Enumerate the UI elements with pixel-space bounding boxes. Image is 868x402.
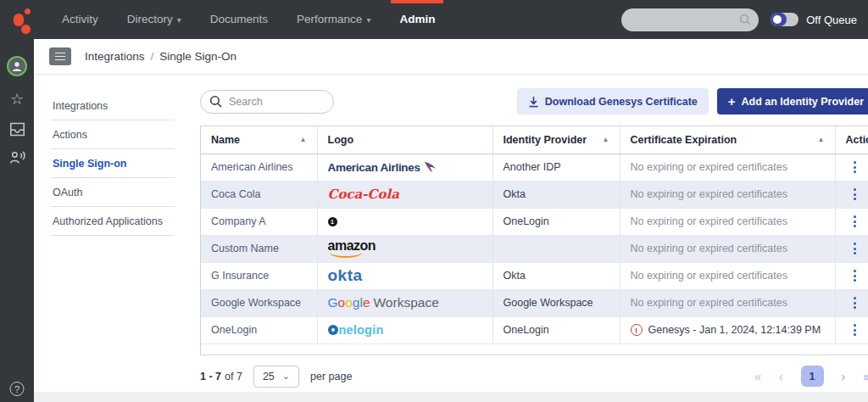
column-header-identity-provider[interactable]: Identity Provider▲ bbox=[492, 126, 620, 154]
sort-asc-icon: ▲ bbox=[300, 136, 307, 143]
column-header-certificate-expiration[interactable]: Certificate Expiration▲ bbox=[620, 126, 835, 154]
row-name-link[interactable]: G Insurance bbox=[201, 262, 317, 289]
table-row[interactable]: Google WorkspaceGoogleWorkspaceGoogle Wo… bbox=[201, 289, 868, 316]
row-name-link[interactable]: Custom Name bbox=[201, 235, 317, 262]
row-certificate-expiration: No expiring or expired certificates bbox=[620, 235, 835, 262]
footer-strip bbox=[34, 392, 868, 402]
row-identity-provider: Okta bbox=[492, 181, 620, 208]
main-nav: ActivityDirectory▾DocumentsPerformance▾A… bbox=[47, 0, 449, 39]
column-header-name[interactable]: Name▲ bbox=[201, 126, 317, 154]
amazon-smile-icon bbox=[330, 253, 362, 258]
nav-item-performance[interactable]: Performance▾ bbox=[282, 0, 385, 39]
inbox-icon[interactable] bbox=[0, 122, 34, 137]
table-row[interactable]: Company A1OneLoginNo expiring or expired… bbox=[201, 208, 868, 235]
breadcrumb-bar: Integrations/Single Sign-On bbox=[34, 39, 868, 75]
submenu-item-single-sign-on[interactable]: Single Sign-on bbox=[51, 149, 175, 178]
off-queue-label: Off Queue bbox=[806, 14, 857, 26]
genesys-logo[interactable] bbox=[0, 0, 34, 39]
page-size-select[interactable]: 25 ⌄ bbox=[253, 366, 299, 388]
row-name-link[interactable]: American Airlines bbox=[201, 154, 317, 181]
download-certificate-button[interactable]: Download Genesys Certificate bbox=[517, 88, 709, 114]
next-page-button[interactable]: › bbox=[842, 370, 846, 383]
row-identity-provider: OneLogin bbox=[492, 208, 620, 235]
global-search-input[interactable] bbox=[632, 14, 739, 25]
sso-table-card: Name▲LogoIdentity Provider▲Certificate E… bbox=[200, 126, 868, 355]
row-certificate-expiration: No expiring or expired certificates bbox=[620, 154, 835, 181]
onelogin-ring-icon bbox=[328, 325, 338, 335]
table-header-row: Name▲LogoIdentity Provider▲Certificate E… bbox=[201, 126, 868, 154]
submenu-item-oauth[interactable]: OAuth bbox=[51, 178, 175, 207]
row-logo-cell: nelogin bbox=[317, 316, 492, 343]
sort-asc-icon: ▲ bbox=[818, 136, 825, 143]
row-kebab-menu-icon[interactable] bbox=[849, 214, 860, 229]
row-logo-cell: 1 bbox=[317, 208, 492, 235]
off-queue-toggle[interactable] bbox=[771, 13, 798, 26]
breadcrumb-section[interactable]: Integrations bbox=[85, 50, 145, 63]
nav-item-activity[interactable]: Activity bbox=[47, 0, 113, 39]
row-certificate-expiration: No expiring or expired certificates bbox=[620, 181, 835, 208]
sso-workarea: Download Genesys Certificate + Add an Id… bbox=[200, 88, 868, 396]
person-icon bbox=[10, 59, 24, 73]
menu-toggle-button[interactable] bbox=[49, 47, 71, 65]
app-window: ActivityDirectory▾DocumentsPerformance▾A… bbox=[0, 0, 868, 402]
table-row[interactable]: G InsuranceoktaOktaNo expiring or expire… bbox=[201, 262, 868, 289]
submenu-item-actions[interactable]: Actions bbox=[51, 120, 175, 149]
row-identity-provider: Another IDP bbox=[492, 154, 620, 181]
row-kebab-menu-icon[interactable] bbox=[849, 322, 860, 338]
row-logo-cell: Coca-Cola bbox=[317, 181, 492, 208]
breadcrumb: Integrations/Single Sign-On bbox=[85, 50, 236, 63]
row-logo-cell: okta bbox=[317, 262, 492, 289]
american-airlines-logo: American Airlines bbox=[328, 161, 437, 174]
prev-page-button[interactable]: ‹ bbox=[779, 370, 783, 383]
breadcrumb-separator: / bbox=[151, 50, 154, 63]
row-kebab-menu-icon[interactable] bbox=[849, 159, 860, 175]
company-a-logo: 1 bbox=[328, 217, 337, 226]
table-row[interactable]: American AirlinesAmerican AirlinesAnothe… bbox=[201, 154, 868, 181]
row-name-link[interactable]: Company A bbox=[201, 208, 317, 235]
help-icon[interactable]: ? bbox=[10, 382, 25, 396]
download-icon bbox=[528, 96, 539, 108]
chevron-down-icon: ⌄ bbox=[282, 374, 290, 379]
submenu-item-authorized-applications[interactable]: Authorized Applications bbox=[51, 207, 175, 236]
global-search[interactable] bbox=[621, 8, 759, 31]
row-action-cell bbox=[835, 208, 868, 235]
sort-asc-icon: ▲ bbox=[603, 136, 609, 143]
column-header-action: Action bbox=[835, 126, 868, 154]
submenu-item-integrations[interactable]: Integrations bbox=[51, 92, 175, 120]
table-search[interactable] bbox=[200, 90, 334, 114]
current-page-button[interactable]: 1 bbox=[801, 366, 824, 387]
search-icon bbox=[209, 95, 222, 108]
row-logo-cell: GoogleWorkspace bbox=[317, 289, 492, 316]
download-certificate-label: Download Genesys Certificate bbox=[545, 96, 698, 108]
row-kebab-menu-icon[interactable] bbox=[849, 241, 860, 256]
nav-item-admin[interactable]: Admin bbox=[385, 0, 449, 39]
row-action-cell bbox=[835, 289, 868, 316]
table-row[interactable]: Coca ColaCoca-ColaOktaNo expiring or exp… bbox=[201, 181, 868, 208]
page-size-value: 25 bbox=[263, 371, 275, 382]
first-page-button[interactable]: « bbox=[754, 370, 761, 383]
last-page-button[interactable]: » bbox=[863, 370, 868, 383]
table-row[interactable]: Custom NameamazonNo expiring or expired … bbox=[201, 235, 868, 262]
row-kebab-menu-icon[interactable] bbox=[849, 268, 860, 283]
table-search-input[interactable] bbox=[229, 96, 325, 108]
amazon-logo: amazon bbox=[328, 239, 376, 258]
table-row[interactable]: OneLoginneloginOneLogin!Genesys - Jan 1,… bbox=[201, 316, 868, 343]
settings-submenu: IntegrationsActionsSingle Sign-onOAuthAu… bbox=[51, 92, 175, 396]
row-kebab-menu-icon[interactable] bbox=[849, 187, 860, 202]
left-icon-rail: ☆ ? bbox=[0, 39, 34, 402]
interactions-icon[interactable] bbox=[0, 150, 34, 165]
row-certificate-expiration: !Genesys - Jan 1, 2024, 12:14:39 PM bbox=[620, 316, 835, 343]
row-name-link[interactable]: Google Workspace bbox=[201, 289, 317, 316]
row-kebab-menu-icon[interactable] bbox=[849, 295, 860, 310]
row-certificate-expiration: No expiring or expired certificates bbox=[620, 208, 835, 235]
row-name-link[interactable]: OneLogin bbox=[201, 316, 317, 343]
breadcrumb-page: Single Sign-On bbox=[159, 50, 236, 63]
favorites-icon[interactable]: ☆ bbox=[0, 90, 34, 109]
nav-item-directory[interactable]: Directory▾ bbox=[113, 0, 196, 39]
row-name-link[interactable]: Coca Cola bbox=[201, 181, 317, 208]
nav-item-documents[interactable]: Documents bbox=[196, 0, 282, 39]
user-status-avatar[interactable] bbox=[7, 56, 27, 76]
aa-eagle-icon bbox=[423, 161, 437, 173]
sso-toolbar: Download Genesys Certificate + Add an Id… bbox=[200, 88, 868, 114]
add-identity-provider-button[interactable]: + Add an Identity Provider bbox=[717, 88, 868, 114]
